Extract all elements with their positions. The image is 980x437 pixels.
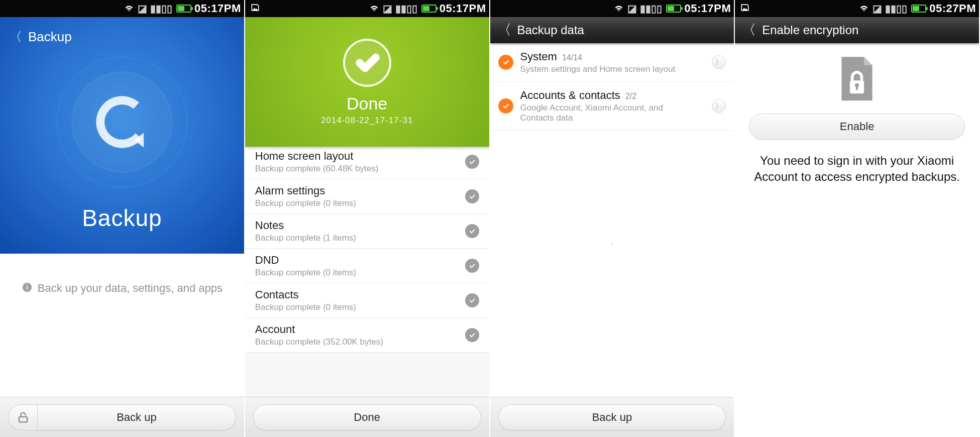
signal-icon: ▮▮▯▯ — [395, 4, 417, 14]
page-title: Backup data — [517, 23, 584, 37]
wifi-icon — [124, 2, 135, 16]
row-subtitle: Backup complete (0 items) — [255, 198, 465, 208]
page-title: Backup — [28, 29, 72, 45]
screen-backup-data: ◪ ▮▮▯▯ 05:17PM 〈 Backup data System 14/1… — [490, 0, 735, 437]
check-icon — [465, 259, 479, 273]
category-title: Accounts & contacts 2/2 — [520, 89, 705, 102]
done-timestamp: 2014-08-22_17-17-31 — [321, 116, 413, 126]
info-icon — [22, 282, 33, 296]
status-clock: 05:17PM — [194, 2, 241, 15]
row-subtitle: Backup complete (60.48K bytes) — [255, 164, 465, 174]
selected-check-icon — [498, 98, 513, 114]
done-button[interactable]: Done — [253, 404, 481, 430]
bottom-bar: Back up — [490, 397, 734, 437]
backup-button[interactable]: Back up — [37, 404, 236, 430]
row-subtitle: Backup complete (352.00K bytes) — [255, 337, 465, 347]
chevron-left-icon: 〈 — [742, 23, 756, 37]
backup-result-row: NotesBackup complete (1 items) — [245, 214, 489, 249]
done-title: Done — [347, 94, 387, 114]
row-subtitle: Backup complete (1 items) — [255, 233, 465, 243]
signal-icon: ▮▮▯▯ — [640, 4, 662, 14]
enable-button-label: Enable — [840, 120, 875, 133]
screen-backup-main: ◪ ▮▮▯▯ 05:17PM 〈 Backup Backup Back up y… — [0, 0, 245, 437]
backup-result-row: DNDBackup complete (0 items) — [245, 249, 489, 283]
battery-icon — [176, 5, 191, 13]
selected-check-icon — [498, 55, 513, 70]
check-circle-icon — [343, 39, 391, 87]
wifi-icon — [613, 2, 624, 16]
info-text: Back up your data, settings, and apps — [38, 282, 223, 295]
status-bar: ◪ ▮▮▯▯ 05:17PM — [490, 0, 734, 17]
svg-rect-3 — [27, 285, 28, 286]
sim-icon: ◪ — [627, 4, 637, 14]
check-icon — [465, 224, 479, 238]
screen-backup-done: ◪ ▮▮▯▯ 05:17PM Done 2014-08-22_17-17-31 … — [245, 0, 490, 437]
status-bar: ◪ ▮▮▯▯ 05:27PM — [735, 0, 979, 17]
row-subtitle: Backup complete (0 items) — [255, 302, 465, 312]
backup-item-list: Home screen layoutBackup complete (60.48… — [245, 147, 489, 397]
backup-button[interactable]: Back up — [498, 404, 726, 430]
backup-category-row[interactable]: Accounts & contacts 2/2Google Account, X… — [490, 82, 734, 131]
sim-icon: ◪ — [873, 4, 882, 14]
backup-button-label: Back up — [117, 411, 157, 424]
overflow-dot-icon: • — [490, 241, 734, 247]
wifi-icon — [369, 2, 380, 16]
backup-result-row: Home screen layoutBackup complete (60.48… — [245, 147, 489, 179]
category-count: 2/2 — [625, 92, 636, 100]
nav-back[interactable]: 〈 Enable encryption — [735, 17, 979, 43]
nav-back[interactable]: 〈 Backup data — [490, 17, 734, 43]
row-subtitle: Backup complete (0 items) — [255, 268, 465, 278]
category-subtitle: Google Account, Xiaomi Account, and Cont… — [520, 103, 681, 123]
svg-rect-4 — [19, 416, 27, 422]
signal-icon: ▮▮▯▯ — [150, 4, 172, 14]
backup-result-row: AccountBackup complete (352.00K bytes) — [245, 318, 489, 353]
status-bar: ◪ ▮▮▯▯ 05:17PM — [0, 0, 244, 17]
row-title: DND — [255, 254, 465, 267]
backup-button-label: Back up — [592, 411, 632, 424]
backup-hero: 〈 Backup Backup — [0, 17, 244, 254]
encryption-lock-button[interactable] — [8, 404, 37, 430]
chevron-left-icon: 〈 — [9, 28, 22, 46]
chevron-right-icon[interactable]: 〉 — [712, 55, 726, 69]
done-hero: Done 2014-08-22_17-17-31 — [245, 17, 489, 147]
backup-result-row: ContactsBackup complete (0 items) — [245, 283, 489, 318]
bottom-bar: Done — [245, 397, 489, 437]
screen-enable-encryption: ◪ ▮▮▯▯ 05:27PM 〈 Enable encryption Enabl… — [735, 0, 980, 437]
sim-icon: ◪ — [138, 4, 147, 14]
signal-icon: ▮▮▯▯ — [885, 4, 907, 14]
wifi-icon — [858, 2, 869, 16]
backup-logo-icon — [57, 57, 187, 187]
status-clock: 05:27PM — [929, 2, 976, 15]
encryption-message: You need to sign in with your Xiaomi Acc… — [749, 153, 965, 185]
chevron-right-icon[interactable]: 〉 — [712, 99, 726, 113]
row-title: Notes — [255, 219, 465, 232]
enable-button[interactable]: Enable — [749, 114, 965, 140]
category-subtitle: System settings and Home screen layout — [520, 64, 681, 74]
row-title: Contacts — [255, 288, 465, 301]
check-icon — [465, 328, 479, 342]
row-title: Account — [255, 323, 465, 336]
hero-label: Backup — [82, 204, 162, 232]
sim-icon: ◪ — [383, 4, 392, 14]
svg-rect-2 — [27, 286, 28, 289]
battery-icon — [421, 5, 437, 13]
nav-back[interactable]: 〈 Backup — [0, 23, 244, 46]
screenshot-icon — [740, 3, 750, 15]
bottom-bar: Back up — [0, 397, 244, 437]
status-clock: 05:17PM — [684, 2, 731, 15]
encryption-body: Enable You need to sign in with your Xia… — [735, 43, 979, 437]
row-title: Home screen layout — [255, 150, 465, 163]
lock-document-icon — [834, 53, 880, 103]
check-icon — [465, 293, 479, 307]
page-title: Enable encryption — [762, 23, 858, 37]
info-text-row: Back up your data, settings, and apps — [0, 254, 244, 397]
check-icon — [465, 189, 479, 203]
category-list: System 14/14System settings and Home scr… — [490, 43, 734, 131]
backup-category-row[interactable]: System 14/14System settings and Home scr… — [490, 43, 734, 82]
check-icon — [465, 155, 479, 169]
battery-icon — [666, 5, 681, 13]
svg-rect-7 — [856, 85, 858, 90]
done-button-label: Done — [354, 411, 380, 424]
battery-icon — [911, 5, 926, 13]
status-clock: 05:17PM — [440, 2, 486, 15]
